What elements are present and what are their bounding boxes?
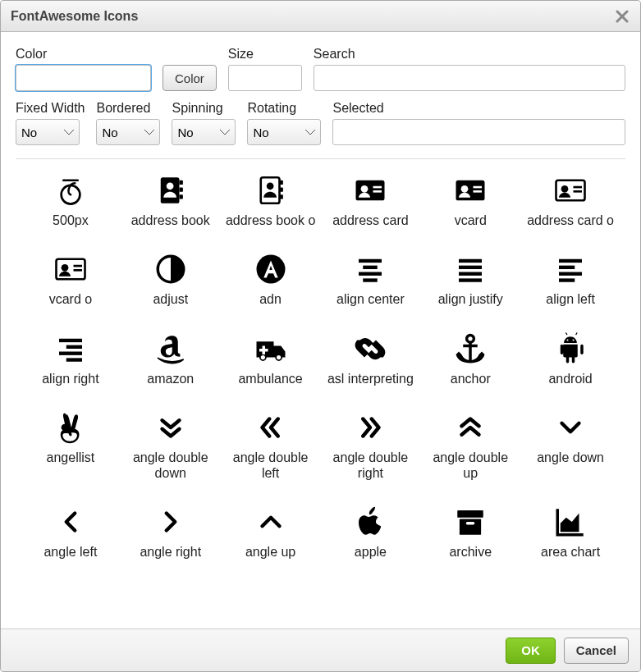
icon-item-align-left[interactable]: align left [520,246,620,310]
icon-item-angle-left[interactable]: angle left [21,499,121,563]
size-input[interactable] [228,65,302,91]
icon-item-align-justify[interactable]: align justify [420,246,520,310]
icon-item-address-card-o[interactable]: address card o [520,167,620,231]
icon-item-vcard-o[interactable]: vcard o [21,246,121,310]
close-button[interactable] [614,8,630,25]
icon-label: adjust [153,292,188,307]
align-justify-icon [451,249,490,289]
icon-label: area chart [541,545,600,560]
selected-label: Selected [332,101,625,116]
svg-point-53 [573,339,575,341]
icon-item-asl-interpreting[interactable]: asl interpreting [321,326,421,390]
icon-label: angle double up [425,450,515,481]
svg-rect-8 [279,188,282,192]
svg-point-24 [62,264,69,272]
svg-point-16 [461,185,469,193]
icon-item-500px[interactable]: 500px [21,167,121,231]
align-left-icon [551,249,590,289]
archive-icon [451,502,490,542]
fontawesome-icons-dialog: FontAwesome Icons Color Color Size Searc… [0,0,641,672]
icon-label: align left [546,292,595,307]
svg-rect-41 [59,339,82,342]
icon-item-address-book[interactable]: address book [121,167,221,231]
ok-button[interactable]: OK [506,638,556,664]
anchor-icon [451,329,490,368]
icon-label: vcard o [49,292,92,307]
svg-rect-42 [66,345,82,348]
icon-item-address-book-o[interactable]: address book o [221,167,321,231]
spinning-label: Spinning [172,101,236,116]
icons-scroll-area[interactable]: 500pxaddress bookaddress book oaddress c… [16,158,625,620]
icon-label: address card o [527,213,614,228]
icon-label: apple [355,545,387,560]
icon-item-amazon[interactable]: amazon [121,326,221,390]
cancel-button[interactable]: Cancel [564,638,629,664]
bordered-select[interactable]: No [96,119,160,145]
icon-item-angle-up[interactable]: angle up [221,499,321,563]
icon-label: angle right [140,545,201,560]
icon-label: angle double down [126,450,216,481]
svg-rect-56 [466,522,475,525]
icon-item-address-card[interactable]: address card [321,167,421,231]
icon-item-align-right[interactable]: align right [21,326,121,390]
icon-item-angellist[interactable]: angellist [21,405,121,484]
500px-icon [51,171,90,210]
fixed-width-field: Fixed Width No [16,101,85,145]
spinning-select[interactable]: No [172,119,236,145]
icon-item-angle-double-left[interactable]: angle double left [221,405,321,484]
angle-double-up-icon [451,408,490,447]
asl-interpreting-icon [350,329,390,368]
icon-item-angle-double-right[interactable]: angle double right [321,405,421,484]
color-label: Color [16,47,151,62]
selected-field: Selected [332,101,625,145]
angle-double-right-icon [350,408,390,447]
svg-rect-26 [73,269,82,272]
icon-item-ambulance[interactable]: ambulance [221,326,321,390]
icon-item-angle-double-up[interactable]: angle double up [420,405,520,484]
icon-item-anchor[interactable]: anchor [420,326,520,390]
svg-point-52 [567,339,569,341]
icon-item-vcard[interactable]: vcard [420,167,520,231]
adjust-icon [151,249,190,289]
icon-item-area-chart[interactable]: area chart [520,499,620,563]
icon-item-align-center[interactable]: align center [321,246,421,310]
icons-grid: 500pxaddress bookaddress book oaddress c… [16,167,625,571]
angle-double-down-icon [151,408,190,447]
svg-point-12 [361,185,369,193]
svg-rect-34 [459,266,482,269]
angle-right-icon [151,502,190,542]
icon-label: align justify [438,292,503,307]
icon-item-angle-right[interactable]: angle right [121,499,221,563]
svg-rect-6 [260,177,279,203]
svg-rect-39 [559,272,582,276]
icon-item-angle-down[interactable]: angle down [520,405,620,484]
icon-label: 500px [53,213,89,228]
align-center-icon [350,249,390,289]
rotating-select[interactable]: No [247,119,321,145]
color-picker-button[interactable]: Color [163,65,217,91]
icon-item-android[interactable]: android [520,326,620,390]
svg-rect-51 [463,345,478,348]
icon-item-angle-double-down[interactable]: angle double down [121,405,221,484]
rotating-label: Rotating [247,101,321,116]
svg-rect-43 [59,351,82,354]
rotating-field: Rotating No [247,101,321,145]
dialog-title: FontAwesome Icons [11,9,614,24]
search-input[interactable] [314,65,625,91]
color-input[interactable] [16,65,151,91]
svg-rect-38 [559,266,575,269]
icon-label: android [548,372,592,386]
icon-label: align right [42,372,98,386]
icon-item-adjust[interactable]: adjust [121,246,221,310]
fixed-width-select[interactable]: No [16,119,80,145]
icon-item-apple[interactable]: apple [321,499,421,563]
svg-rect-1 [160,177,179,203]
icon-item-adn[interactable]: adn [221,246,321,310]
svg-rect-48 [259,349,268,352]
icon-item-archive[interactable]: archive [420,499,520,563]
icon-label: address book [131,213,210,228]
icon-label: angle double left [226,450,316,481]
svg-rect-29 [359,259,382,263]
selected-input[interactable] [332,119,625,145]
svg-rect-9 [279,194,282,199]
